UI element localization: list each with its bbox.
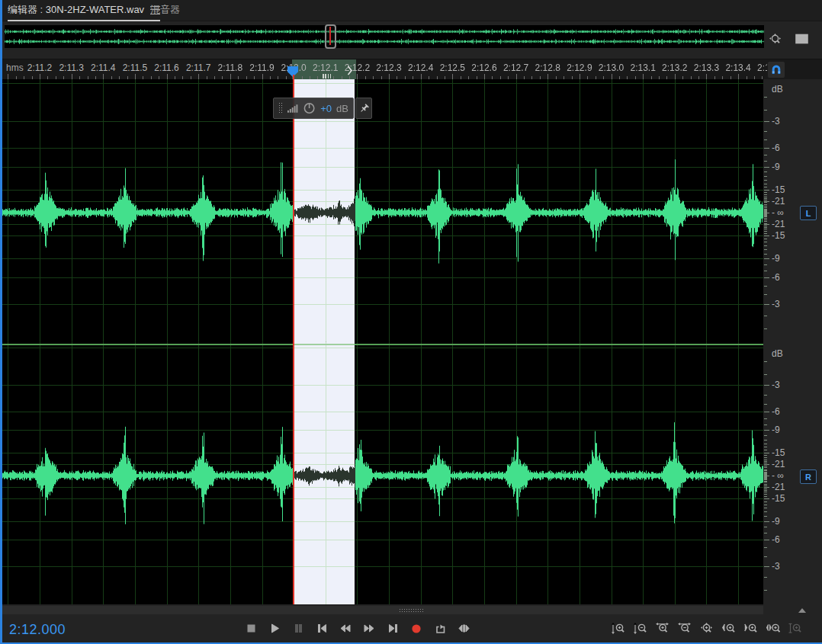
db-scale-tick [764, 286, 767, 287]
db-scale-tick [764, 239, 767, 239]
zoom-out-vertical-button[interactable] [632, 620, 649, 637]
db-scale-label: -6 [772, 534, 780, 545]
db-scale-tick [764, 131, 767, 132]
db-scale-tick [764, 216, 767, 217]
db-scale-tick [764, 176, 767, 177]
zoom-vertical-full-button[interactable] [787, 620, 804, 637]
db-scale-tick [764, 521, 769, 522]
zoom-in-vertical-button[interactable] [610, 620, 627, 637]
db-scale-tick [764, 328, 767, 329]
selection-right-handle[interactable] [347, 66, 353, 75]
db-scale-label: -9 [772, 425, 780, 435]
db-scale-tick [764, 484, 767, 485]
db-scale-tick [764, 511, 767, 512]
layout-view-button[interactable] [793, 30, 810, 47]
horizontal-scrollbar[interactable] [2, 606, 763, 614]
db-scale-label: -6 [772, 272, 780, 283]
play-button[interactable] [266, 620, 283, 637]
db-scale-tick [764, 374, 767, 375]
db-scale-tick [764, 466, 767, 466]
gain-knob-icon[interactable] [303, 101, 316, 115]
zoom-reset-button[interactable] [698, 620, 715, 637]
db-scale-tick [764, 226, 767, 226]
amplitude-scale[interactable]: dB-3-3-6-6-9-9-15-15-21-21- ∞dB-3-3-6-6-… [763, 79, 822, 604]
db-scale-tick [764, 264, 767, 265]
ruler-time-label: 2:11.7 [186, 62, 210, 73]
hud-drag-grip[interactable] [278, 102, 283, 114]
overview-waveform[interactable] [5, 25, 764, 48]
snap-toggle-button[interactable] [767, 61, 785, 78]
db-scale-label: -15 [772, 184, 785, 195]
fast-forward-button[interactable] [361, 620, 377, 637]
view-range-indicator[interactable] [325, 24, 336, 49]
zoom-to-selection-button[interactable] [765, 620, 782, 637]
ruler-time-label: 2:12.4 [408, 62, 433, 73]
db-scale-tick [764, 233, 767, 234]
db-scale-tick [764, 167, 769, 168]
db-scale-label: -15 [772, 447, 785, 458]
db-scale-tick [764, 425, 767, 425]
db-scale-tick [764, 258, 769, 259]
ruler-unit-label: hms [6, 62, 24, 73]
channel-badge-right[interactable]: R [800, 469, 817, 484]
volume-hud: +0 dB [273, 98, 372, 119]
ruler-time-label: 2:11.5 [123, 62, 147, 73]
scrollbar-handle[interactable] [399, 608, 425, 613]
pause-button[interactable] [290, 620, 307, 637]
zoom-to-out-point-button[interactable] [743, 620, 759, 637]
rewind-button[interactable] [337, 620, 354, 637]
tab-mixer[interactable]: 混音器 [150, 0, 180, 20]
db-scale-tick [764, 430, 769, 431]
db-scale-tick [764, 277, 769, 278]
db-scale-tick [764, 202, 767, 203]
ruler-selection-dashes [325, 74, 326, 78]
db-scale-label: -21 [772, 482, 785, 492]
db-scale-tick [764, 227, 767, 228]
channel-badge-left[interactable]: L [800, 206, 817, 220]
hud-pin-button[interactable] [355, 98, 372, 119]
db-scale-label: -21 [772, 219, 785, 229]
db-scale-tick [764, 476, 769, 476]
db-scale-tick [764, 453, 769, 453]
ruler-time-label: 2:12.6 [471, 62, 496, 73]
skip-forward-button[interactable] [384, 620, 401, 637]
tab-editor[interactable]: 编辑器 : 30N-2HZ-WATER.wav [8, 0, 160, 21]
db-scale-tick [764, 198, 767, 199]
ruler-time-label: 2:11.8 [218, 62, 242, 73]
db-scale-label: -3 [772, 299, 780, 309]
db-scale-tick [764, 463, 767, 463]
db-scale-tick [764, 395, 767, 396]
ruler-time-label: 2:13.3 [694, 62, 719, 73]
db-scale-tick [764, 485, 767, 486]
record-button[interactable] [408, 620, 425, 637]
ruler-time-label: 2:12.3 [376, 62, 401, 73]
db-scale-tick [764, 161, 767, 162]
waveform-editor-canvas[interactable] [2, 79, 763, 604]
db-scale-tick [764, 242, 767, 242]
ruler-time-label: 2:11.3 [59, 62, 83, 73]
db-scale-tick [764, 412, 769, 412]
db-scale-tick [764, 231, 767, 232]
timeline-ruler[interactable]: hms 2:11.22:11.32:11.42:11.52:11.62:11.7… [0, 59, 822, 80]
db-scale-tick [764, 235, 769, 236]
ruler-time-label: 2:13.1 [630, 62, 655, 73]
hud-gain-value[interactable]: +0 [320, 103, 332, 114]
zoom-in-horizontal-button[interactable] [654, 620, 671, 637]
loop-playback-button[interactable] [432, 620, 448, 637]
db-scale-tick [764, 171, 767, 172]
db-scale-label: -15 [772, 493, 785, 504]
playhead-line[interactable] [293, 75, 294, 604]
db-scale-tick [764, 467, 767, 468]
pan-zoom-navigate-button[interactable] [767, 30, 784, 47]
current-time-display[interactable]: 2:12.000 [9, 622, 66, 638]
stop-button[interactable] [242, 620, 259, 637]
scroll-up-arrow[interactable] [798, 608, 806, 613]
zoom-to-in-point-button[interactable] [721, 620, 737, 637]
db-scale-label: -9 [772, 516, 780, 527]
db-scale-tick [764, 223, 767, 224]
zoom-out-horizontal-button[interactable] [676, 620, 693, 637]
db-scale-tick [764, 254, 767, 255]
skip-back-button[interactable] [313, 620, 330, 637]
db-scale-label: -21 [772, 459, 785, 469]
skip-selection-button[interactable] [455, 620, 472, 637]
